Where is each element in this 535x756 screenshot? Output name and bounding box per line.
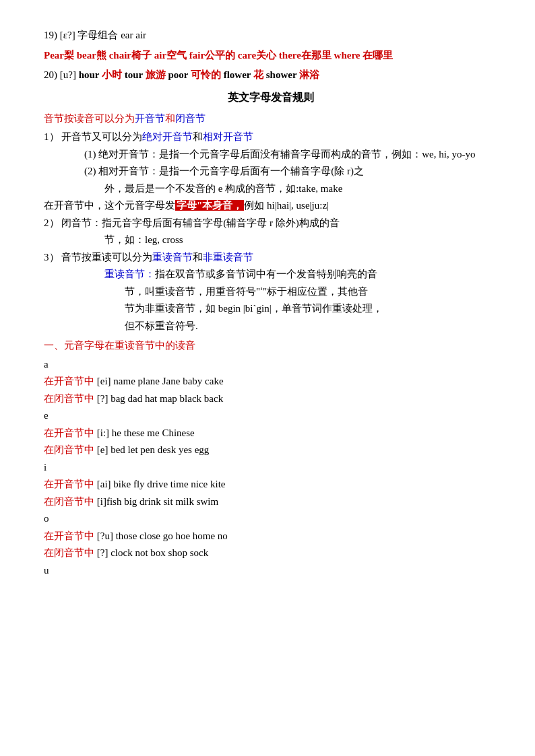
section-19-examples: Pear梨 bear熊 chair椅子 air空气 fair公平的 care关心… (44, 47, 498, 65)
vowel-e-open: 在开音节中 [i:] he these me Chinese (44, 425, 498, 442)
vowel-i: i (44, 459, 498, 477)
section-19-label: 19) [ε?] 字母组合 ear air (44, 27, 498, 44)
vowel-a: a (44, 356, 498, 374)
point3-sub1-line2: 节，叫重读音节，用重音符号"ˈ"标于相应位置，其他音 (125, 283, 498, 301)
vowel-e-closed: 在闭音节中 [e] bed let pen desk yes egg (44, 442, 498, 459)
point3-sub1-line4: 但不标重音符号. (125, 318, 498, 335)
section-20-label: 20) [u?] hour 小时 tour 旅游 poor 可怜的 flower… (44, 67, 498, 84)
vowel-u: u (44, 562, 498, 580)
vowel-o-open: 在开音节中 [?u] those close go hoe home no (44, 528, 498, 545)
point1-2-line2: 外，最后是一个不发音的 e 构成的音节，如:take, make (104, 180, 498, 198)
point1-2-line3: 在开音节中，这个元音字母发字母"本身音，例如 hi|hai|, use|ju:z… (44, 197, 498, 215)
vowel-a-open: 在开音节中 [ei] name plane Jane baby cake (44, 373, 498, 390)
point2-main: 2） 闭音节：指元音字母后面有辅音字母(辅音字母 r 除外)构成的音 (44, 215, 498, 232)
vowel-i-open: 在开音节中 [ai] bike fly drive time nice kite (44, 476, 498, 493)
point1-1: (1) 绝对开音节：是指一个元音字母后面没有辅音字母而构成的音节，例如：we, … (84, 146, 498, 164)
point2-sub: 节，如：leg, cross (104, 232, 498, 249)
vowel-o: o (44, 510, 498, 528)
vowel-o-closed: 在闭音节中 [?] clock not box shop sock (44, 545, 498, 562)
point1-2-line1: (2) 相对开音节：是指一个元音字母后面有一个辅音字母(除 r)之 (84, 163, 498, 180)
main-title: 英文字母发音规则 (44, 88, 498, 106)
point3-sub1-line3: 节为非重读音节，如 begin |bi`gin|，单音节词作重读处理， (125, 300, 498, 318)
point3-sub1-line1: 重读音节：指在双音节或多音节词中有一个发音特别响亮的音 (104, 266, 498, 283)
intro-line: 音节按读音可以分为开音节和闭音节 (44, 110, 498, 128)
vowel-a-closed: 在闭音节中 [?] bag dad hat map black back (44, 390, 498, 408)
point3-main: 3） 音节按重读可以分为重读音节和非重读音节 (44, 249, 498, 267)
point1-main: 1） 开音节又可以分为绝对开音节和相对开音节 (44, 129, 498, 146)
vowels-section-title: 一、元音字母在重读音节中的读音 (44, 337, 498, 355)
vowel-e: e (44, 407, 498, 425)
vowel-i-closed: 在闭音节中 [i]fish big drink sit milk swim (44, 493, 498, 511)
